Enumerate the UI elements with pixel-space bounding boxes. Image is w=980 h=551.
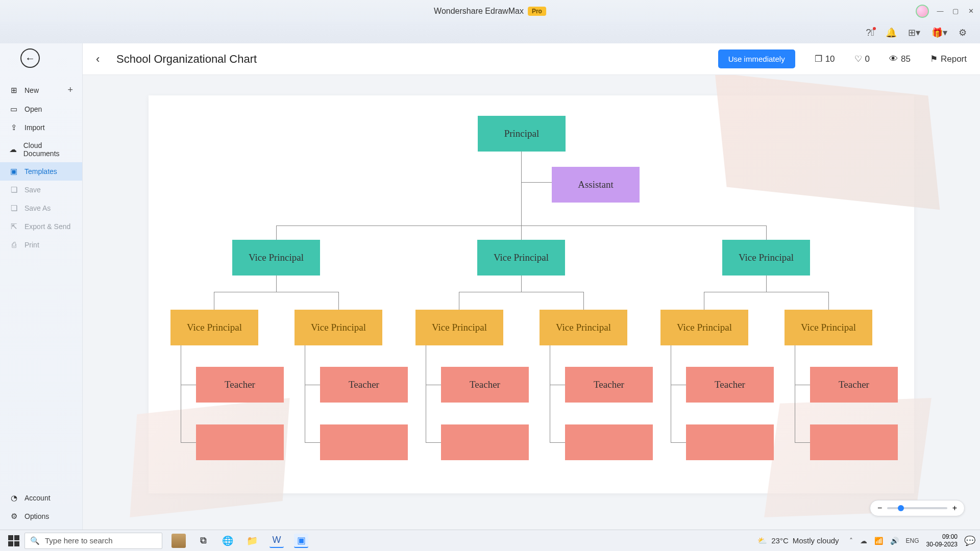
connector [338, 292, 339, 310]
close-button[interactable]: ✕ [967, 7, 975, 15]
node-vp[interactable]: Vice Principal [232, 240, 320, 276]
decorative-shape [715, 75, 940, 210]
plus-icon[interactable]: + [67, 85, 73, 95]
taskbar-app-edrawmax[interactable]: ▣ [294, 534, 308, 548]
start-button[interactable] [8, 535, 19, 546]
connector [276, 226, 277, 240]
connector [181, 345, 181, 442]
node-sub-vp[interactable]: Vice Principal [415, 310, 503, 345]
node-teacher[interactable]: Teacher [320, 367, 408, 403]
back-arrow-icon[interactable]: ‹ [96, 53, 108, 66]
node-vp[interactable]: Vice Principal [722, 240, 810, 276]
connector [550, 442, 565, 443]
connector [521, 182, 552, 183]
connector [521, 276, 522, 292]
node-blank[interactable] [810, 424, 898, 460]
tray-chevron-icon[interactable]: ˄ [849, 537, 853, 545]
node-assistant[interactable]: Assistant [552, 167, 640, 203]
search-icon: 🔍 [30, 536, 40, 545]
zoom-control[interactable]: − + [870, 500, 965, 516]
connector [550, 385, 565, 385]
taskbar-weather[interactable]: ⛅ 23°C Mostly cloudy [757, 536, 839, 545]
taskbar-app-pinned[interactable] [172, 534, 186, 548]
node-sub-vp[interactable]: Vice Principal [540, 310, 627, 345]
sidebar-item-new[interactable]: ⊞ New + [0, 80, 82, 100]
system-tray[interactable]: ˄ ☁ 📶 🔊 ENG [849, 537, 919, 545]
tray-wifi-icon[interactable]: 📶 [874, 537, 883, 545]
node-blank[interactable] [320, 424, 408, 460]
connector [704, 292, 828, 292]
zoom-in-icon[interactable]: + [952, 504, 957, 513]
sidebar-item-options[interactable]: ⚙ Options [0, 507, 82, 525]
bell-icon[interactable]: 🔔 [886, 27, 897, 38]
taskbar-app-explorer[interactable]: 📁 [245, 534, 259, 548]
iconbar: ?⃝ 🔔 ⊞▾ 🎁▾ ⚙ [0, 22, 980, 43]
clock-time: 09:00 [926, 533, 958, 540]
tray-notifications-icon[interactable]: 💬 [963, 534, 977, 548]
connector [671, 345, 671, 442]
taskbar-app-taskview[interactable]: ⧉ [196, 534, 210, 548]
taskbar-search[interactable]: 🔍 Type here to search [24, 533, 162, 549]
print-icon: ⎙ [9, 240, 18, 249]
node-vp[interactable]: Vice Principal [477, 240, 565, 276]
node-teacher[interactable]: Teacher [565, 367, 653, 403]
tray-language-icon[interactable]: ENG [906, 537, 919, 544]
save-icon: ❏ [9, 185, 18, 194]
sidebar-item-templates[interactable]: ▣ Templates [0, 162, 82, 181]
connector [795, 442, 810, 443]
node-teacher[interactable]: Teacher [686, 367, 774, 403]
connector [795, 345, 795, 442]
taskbar-app-word[interactable]: W [270, 534, 284, 548]
taskbar-clock[interactable]: 09:00 30-09-2023 [926, 533, 958, 548]
copies-stat[interactable]: ❐ 10 [815, 54, 835, 64]
sidebar-item-cloud[interactable]: ☁ Cloud Documents [0, 137, 82, 162]
tray-volume-icon[interactable]: 🔊 [890, 537, 899, 545]
node-principal[interactable]: Principal [478, 116, 566, 152]
search-placeholder: Type here to search [45, 536, 113, 545]
connector [426, 385, 441, 385]
back-circle-button[interactable]: ← [20, 48, 40, 68]
report-button[interactable]: ⚑ Report [930, 54, 967, 64]
node-blank[interactable] [565, 424, 653, 460]
likes-stat[interactable]: ♡ 0 [854, 54, 870, 64]
use-immediately-button[interactable]: Use immediately [718, 49, 795, 68]
taskbar-app-edge[interactable]: 🌐 [220, 534, 235, 548]
connector [305, 385, 320, 385]
sidebar-item-import[interactable]: ⇪ Import [0, 118, 82, 137]
node-sub-vp[interactable]: Vice Principal [295, 310, 382, 345]
node-teacher[interactable]: Teacher [441, 367, 529, 403]
tray-onedrive-icon[interactable]: ☁ [860, 537, 867, 545]
gear-icon[interactable]: ⚙ [959, 27, 967, 38]
node-sub-vp[interactable]: Vice Principal [785, 310, 872, 345]
node-teacher[interactable]: Teacher [810, 367, 898, 403]
org-chart-canvas[interactable]: Principal Assistant Vice Principal Vice … [149, 95, 914, 493]
sidebar-item-open[interactable]: ▭ Open [0, 100, 82, 118]
zoom-slider[interactable] [887, 507, 947, 509]
node-blank[interactable] [196, 424, 284, 460]
avatar[interactable] [916, 5, 929, 18]
node-blank[interactable] [441, 424, 529, 460]
node-teacher[interactable]: Teacher [196, 367, 284, 403]
node-sub-vp[interactable]: Vice Principal [170, 310, 258, 345]
sidebar-item-print: ⎙ Print [0, 236, 82, 254]
sidebar-item-save: ❏ Save [0, 181, 82, 199]
apps-icon[interactable]: ⊞▾ [908, 27, 920, 38]
account-icon: ◔ [9, 493, 18, 503]
connector [214, 292, 338, 292]
connector [766, 276, 767, 292]
gift-icon[interactable]: 🎁▾ [932, 27, 947, 38]
minimize-button[interactable]: — [936, 7, 944, 15]
zoom-thumb[interactable] [898, 505, 904, 511]
sidebar-item-account[interactable]: ◔ Account [0, 489, 82, 507]
node-sub-vp[interactable]: Vice Principal [660, 310, 748, 345]
maximize-button[interactable]: ▢ [951, 7, 960, 15]
templates-icon: ▣ [9, 167, 18, 176]
node-blank[interactable] [686, 424, 774, 460]
main: ‹ School Organizational Chart Use immedi… [83, 43, 980, 530]
report-label: Report [941, 54, 967, 64]
connector [276, 276, 277, 292]
copy-icon: ❐ [815, 54, 822, 64]
help-icon[interactable]: ?⃝ [866, 28, 874, 38]
zoom-out-icon[interactable]: − [877, 504, 882, 513]
cloud-icon: ☁ [9, 145, 17, 154]
